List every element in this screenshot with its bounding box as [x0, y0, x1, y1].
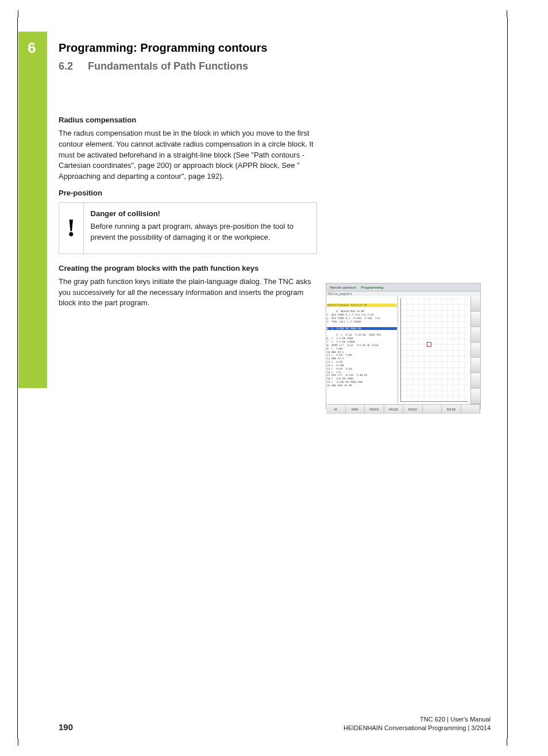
ss-side-btn [471, 312, 480, 327]
ss-softkey-row: M M94 M103 M118 M120 M128 [326, 404, 480, 414]
chapter-side-tab [18, 32, 47, 388]
warning-title: Danger of collision! [91, 209, 310, 220]
tnc-screenshot: Manual operation Programming TNC:\nc_pro… [326, 283, 481, 409]
heading-radius-compensation: Radius compensation [59, 115, 317, 126]
ss-body: →Miscellaneous function M? 0 BEGIN PGM 1… [326, 296, 480, 404]
ss-title-bar: Manual operation Programming [326, 283, 480, 291]
crop-marks-top [18, 10, 507, 17]
softkey-m94: M94 [346, 405, 365, 414]
para-creating-blocks: The gray path function keys initiate the… [59, 277, 317, 309]
ss-side-btn [471, 358, 480, 373]
softkey-m: M [326, 405, 346, 414]
warning-icon-column: ! [59, 203, 84, 254]
softkey-m128: M128 [442, 405, 461, 414]
crop-marks-bottom [18, 739, 507, 746]
footer-line-1: TNC 620 | User's Manual [344, 715, 491, 723]
ss-graphics-panel [398, 296, 471, 404]
section-name: Fundamentals of Path Functions [88, 60, 248, 72]
heading-creating-blocks: Creating the program blocks with the pat… [59, 263, 317, 274]
ss-side-btn [471, 373, 480, 389]
ss-side-btn [471, 389, 480, 404]
ss-side-btn [471, 296, 480, 312]
heading-pre-position: Pre-position [59, 188, 317, 199]
ss-code-lines-1: 0 BEGIN PGM 10 MM 1 BLK FORM 0.1 Z X+0 Y… [327, 310, 380, 323]
ss-highlight-active-line: 4 L Z+250 R0 FMAX M3 [327, 327, 397, 331]
section-title: 6.2 Fundamentals of Path Functions [59, 60, 267, 72]
chapter-number: 6 [28, 39, 36, 57]
exclamation-icon: ! [67, 216, 75, 241]
softkey-m103: M103 [365, 405, 384, 414]
section-number: 6.2 [59, 60, 85, 72]
softkey-empty [423, 405, 442, 414]
ss-code-lines-2: 5 L X-20 Y-20 R0 FMAX M13 6 L Z-5 R0 FMA… [327, 333, 381, 387]
ss-tab-manual: Manual operation [327, 285, 358, 290]
para-radius-compensation: The radius compensation must be in the b… [59, 128, 317, 182]
ss-highlight-prompt: →Miscellaneous function M? [327, 304, 397, 307]
softkey-m118: M118 [384, 405, 404, 414]
page-footer: 190 TNC 620 | User's Manual HEIDENHAIN C… [59, 715, 491, 732]
softkey-empty [461, 405, 481, 414]
ss-code-panel: →Miscellaneous function M? 0 BEGIN PGM 1… [326, 296, 398, 404]
ss-cursor-icon [427, 342, 431, 347]
footer-line-2: HEIDENHAIN Conversational Programming | … [344, 724, 491, 732]
ss-side-btn [471, 327, 480, 343]
ss-side-btn [471, 343, 480, 358]
warning-body: Before running a part program, always pr… [91, 221, 310, 243]
chapter-title: Programming: Programming contours [59, 41, 267, 55]
warning-text: Danger of collision! Before running a pa… [84, 203, 317, 249]
ss-grid [400, 298, 468, 402]
softkey-m120: M120 [403, 405, 423, 414]
ss-side-buttons [471, 296, 480, 404]
body-content: Radius compensation The radius compensat… [59, 115, 317, 314]
warning-box: ! Danger of collision! Before running a … [59, 202, 317, 254]
page-header: Programming: Programming contours 6.2 Fu… [59, 41, 267, 72]
page-number: 190 [59, 722, 73, 732]
ss-tab-programming: Programming [358, 285, 385, 290]
footer-right: TNC 620 | User's Manual HEIDENHAIN Conve… [344, 715, 491, 732]
ss-subtitle: TNC:\nc_prog\10.h [326, 291, 480, 296]
